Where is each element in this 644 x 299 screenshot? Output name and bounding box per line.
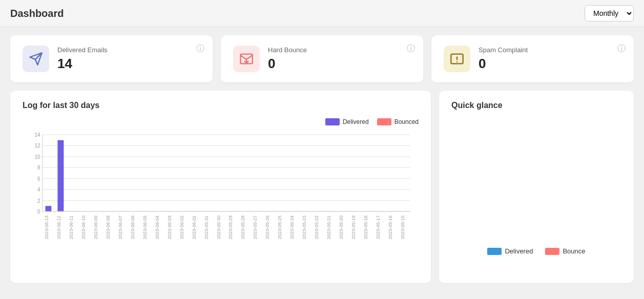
stat-value-hard-bounce: 0 bbox=[268, 56, 411, 72]
bounce-mail-icon bbox=[233, 46, 260, 72]
period-select[interactable]: DailyWeeklyMonthlyYearly bbox=[585, 5, 634, 22]
bar-chart-card: Log for last 30 days DeliveredBounced 02… bbox=[10, 91, 431, 283]
donut-wrapper: 140 DeliveredBounce bbox=[451, 118, 621, 255]
svg-text:2023-06-05: 2023-06-05 bbox=[142, 216, 148, 239]
legend-label: Bounced bbox=[394, 118, 419, 125]
bar-chart-svg: 024681012142023-06-132023-06-122023-06-1… bbox=[23, 130, 419, 273]
svg-text:6: 6 bbox=[37, 176, 40, 182]
svg-text:2023-05-17: 2023-05-17 bbox=[376, 216, 381, 239]
svg-rect-25 bbox=[57, 140, 64, 211]
donut-legend-label: Bounce bbox=[563, 247, 585, 255]
svg-text:12: 12 bbox=[34, 143, 40, 148]
svg-text:2023-05-16: 2023-05-16 bbox=[388, 216, 393, 239]
stat-card-delivered-emails: Delivered Emails 14 ⓘ bbox=[10, 35, 213, 82]
legend-color bbox=[377, 118, 391, 125]
svg-text:2023-06-03: 2023-06-03 bbox=[167, 216, 172, 239]
svg-text:2023-06-01: 2023-06-01 bbox=[192, 216, 197, 239]
donut-svg: 140 bbox=[475, 118, 598, 241]
donut-chart-title: Quick glance bbox=[451, 101, 621, 110]
svg-text:2023-05-27: 2023-05-27 bbox=[253, 216, 258, 239]
svg-text:2023-05-29: 2023-05-29 bbox=[228, 216, 233, 239]
charts-row: Log for last 30 days DeliveredBounced 02… bbox=[10, 91, 634, 283]
info-icon-hard-bounce[interactable]: ⓘ bbox=[407, 44, 415, 54]
svg-text:0: 0 bbox=[37, 209, 40, 215]
stat-card-spam-complaint: Spam Complaint 0 ⓘ bbox=[431, 35, 634, 82]
stat-label-spam-complaint: Spam Complaint bbox=[479, 46, 621, 54]
bar-chart-title: Log for last 30 days bbox=[23, 101, 419, 110]
info-icon-delivered-emails[interactable]: ⓘ bbox=[196, 44, 204, 54]
legend-color bbox=[325, 118, 340, 125]
svg-rect-23 bbox=[45, 206, 51, 211]
svg-text:2023-06-13: 2023-06-13 bbox=[44, 216, 49, 239]
svg-text:2: 2 bbox=[37, 198, 40, 204]
svg-text:2023-05-26: 2023-05-26 bbox=[265, 216, 270, 239]
svg-text:14: 14 bbox=[34, 132, 40, 138]
svg-text:2023-05-22: 2023-05-22 bbox=[314, 216, 319, 239]
svg-text:2023-05-19: 2023-05-19 bbox=[351, 216, 356, 239]
svg-text:0: 0 bbox=[534, 135, 538, 143]
stat-info-spam-complaint: Spam Complaint 0 bbox=[479, 46, 621, 72]
svg-text:8: 8 bbox=[37, 165, 40, 170]
svg-text:2023-05-25: 2023-05-25 bbox=[277, 216, 282, 239]
stats-row: Delivered Emails 14 ⓘ Hard Bounce 0 ⓘ Sp… bbox=[10, 35, 634, 82]
page-header: Dashboard DailyWeeklyMonthlyYearly bbox=[0, 0, 644, 27]
spam-icon bbox=[444, 46, 470, 72]
svg-text:2023-05-28: 2023-05-28 bbox=[240, 216, 245, 239]
svg-text:2023-05-15: 2023-05-15 bbox=[400, 216, 405, 239]
stat-label-hard-bounce: Hard Bounce bbox=[268, 46, 411, 54]
svg-text:2023-05-20: 2023-05-20 bbox=[339, 216, 344, 239]
bar-legend-item: Bounced bbox=[377, 118, 419, 125]
svg-text:2023-05-24: 2023-05-24 bbox=[289, 216, 295, 239]
stat-info-delivered-emails: Delivered Emails 14 bbox=[57, 46, 200, 72]
svg-text:2023-06-06: 2023-06-06 bbox=[130, 216, 135, 239]
donut-legend-item: Delivered bbox=[487, 247, 533, 255]
svg-text:2023-06-10: 2023-06-10 bbox=[81, 216, 86, 239]
svg-text:4: 4 bbox=[37, 187, 40, 193]
stat-label-delivered-emails: Delivered Emails bbox=[57, 46, 200, 54]
svg-text:2023-06-11: 2023-06-11 bbox=[69, 216, 74, 239]
svg-text:2023-06-04: 2023-06-04 bbox=[155, 216, 160, 239]
info-icon-spam-complaint[interactable]: ⓘ bbox=[617, 44, 626, 54]
legend-label: Delivered bbox=[343, 118, 369, 125]
svg-text:2023-05-18: 2023-05-18 bbox=[363, 216, 368, 239]
bar-chart-legend: DeliveredBounced bbox=[23, 118, 419, 125]
svg-text:14: 14 bbox=[533, 217, 541, 225]
svg-text:2023-05-23: 2023-05-23 bbox=[302, 216, 307, 239]
stat-info-hard-bounce: Hard Bounce 0 bbox=[268, 46, 411, 72]
bar-legend-item: Delivered bbox=[325, 118, 369, 125]
donut-legend-item: Bounce bbox=[545, 247, 585, 255]
svg-text:2023-05-21: 2023-05-21 bbox=[326, 216, 331, 239]
svg-text:10: 10 bbox=[34, 154, 40, 160]
donut-legend-color bbox=[487, 248, 502, 255]
bar-chart-wrapper: 024681012142023-06-132023-06-122023-06-1… bbox=[23, 130, 419, 273]
donut-legend-label: Delivered bbox=[505, 247, 533, 255]
donut-legend: DeliveredBounce bbox=[487, 247, 585, 255]
svg-text:2023-06-09: 2023-06-09 bbox=[93, 216, 98, 239]
svg-text:2023-06-02: 2023-06-02 bbox=[179, 216, 184, 239]
svg-text:2023-05-31: 2023-05-31 bbox=[204, 216, 209, 239]
paper-plane-icon bbox=[23, 46, 49, 72]
svg-text:2023-05-30: 2023-05-30 bbox=[216, 216, 221, 239]
donut-legend-color bbox=[545, 248, 559, 255]
svg-text:2023-06-12: 2023-06-12 bbox=[56, 216, 61, 239]
svg-text:2023-06-07: 2023-06-07 bbox=[118, 216, 123, 239]
donut-svg-container: 140 bbox=[475, 118, 598, 241]
page-title: Dashboard bbox=[10, 8, 64, 19]
stat-card-hard-bounce: Hard Bounce 0 ⓘ bbox=[221, 35, 423, 82]
main-content: Delivered Emails 14 ⓘ Hard Bounce 0 ⓘ Sp… bbox=[0, 27, 644, 291]
stat-value-spam-complaint: 0 bbox=[479, 56, 621, 72]
svg-point-59 bbox=[506, 149, 567, 210]
donut-chart-card: Quick glance 140 DeliveredBounce bbox=[439, 91, 634, 283]
stat-value-delivered-emails: 14 bbox=[57, 56, 200, 72]
svg-text:2023-06-08: 2023-06-08 bbox=[106, 216, 111, 239]
